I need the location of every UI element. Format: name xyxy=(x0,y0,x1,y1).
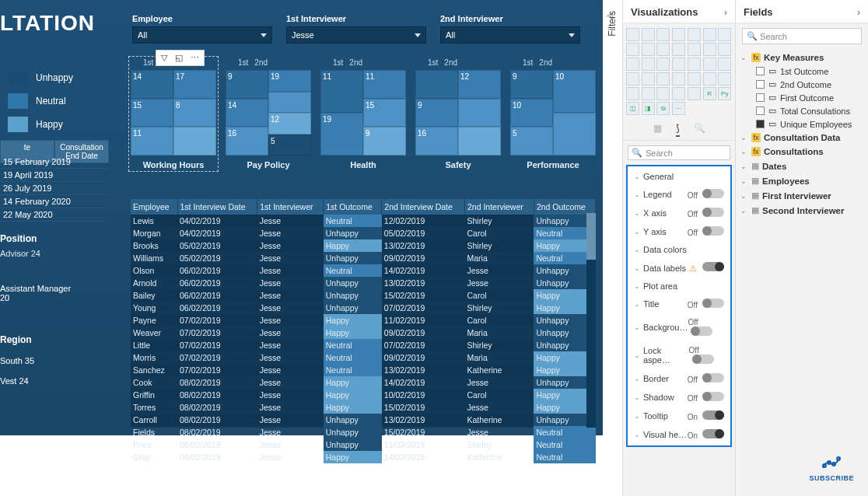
chevron-right-icon[interactable]: › xyxy=(724,7,727,18)
fields-search[interactable]: 🔍 Search xyxy=(742,28,862,44)
format-section-title[interactable]: ⌄TitleOff xyxy=(628,295,730,313)
viz-type-icon[interactable] xyxy=(688,28,701,41)
viz-type-icon[interactable]: Py xyxy=(718,87,731,100)
viz-type-icon[interactable] xyxy=(642,28,655,41)
checkbox[interactable] xyxy=(756,93,765,102)
viz-type-icon[interactable] xyxy=(642,87,655,100)
field-item[interactable]: ▭Total Consulations xyxy=(739,104,865,117)
treemap-visual[interactable]: 1st2nd9141619125Pay Policy xyxy=(226,58,311,169)
viz-type-icon[interactable] xyxy=(656,28,670,41)
tree-cell[interactable]: 10 xyxy=(553,70,596,113)
treemap-visual[interactable]: 1st2nd111911159Health xyxy=(320,58,406,169)
tree-cell[interactable]: 11 xyxy=(363,70,406,99)
table-row[interactable]: Weaver07/02/2019JesseHappy09/02/2019Mari… xyxy=(131,327,596,339)
toggle-switch[interactable] xyxy=(692,355,714,364)
treemap-visual[interactable]: 1st2nd910510Performance xyxy=(510,58,596,169)
table-row[interactable]: Lewis04/02/2019JesseNeutral12/02/2019Shi… xyxy=(131,215,596,227)
viz-type-icon[interactable] xyxy=(703,28,716,41)
tree-cell[interactable] xyxy=(458,99,501,127)
table-row[interactable]: Little07/02/2019JesseNeutral07/02/2019Sh… xyxy=(131,339,596,351)
table-scrollbar-thumb[interactable] xyxy=(586,213,596,260)
viz-type-icon[interactable] xyxy=(672,28,685,41)
tree-cell[interactable]: 9 xyxy=(226,70,268,99)
viz-type-icon[interactable] xyxy=(672,43,685,56)
checkbox[interactable] xyxy=(756,107,765,115)
table-row[interactable]: Bailey06/02/2019JesseUnhappy15/02/2019Ca… xyxy=(131,289,596,302)
viz-type-icon[interactable] xyxy=(672,87,685,100)
toggle-switch[interactable] xyxy=(702,299,724,308)
filter-icon[interactable]: ▽ xyxy=(157,51,171,65)
format-section-data-colors[interactable]: ⌄Data colors xyxy=(628,241,730,258)
table-row[interactable]: Young06/02/2019JesseUnhappy07/02/2019Shi… xyxy=(131,302,596,314)
col-header[interactable]: 1st Interview Date xyxy=(177,199,257,215)
viz-type-icon[interactable] xyxy=(703,43,716,56)
viz-type-icon[interactable] xyxy=(672,72,685,86)
format-section-tooltip[interactable]: ⌄TooltipOn xyxy=(628,407,730,425)
tree-cell[interactable]: 9 xyxy=(415,99,458,127)
viz-type-icon[interactable] xyxy=(688,58,701,71)
viz-type-icon[interactable] xyxy=(688,43,701,56)
slicer-dropdown[interactable]: All xyxy=(132,26,272,44)
table-node-consultations[interactable]: ⌄fxConsultations xyxy=(739,145,865,159)
tree-cell[interactable]: 14 xyxy=(131,70,173,99)
table-row[interactable]: Torres08/02/2019JesseHappy15/02/2019Jess… xyxy=(131,401,596,414)
toggle-switch[interactable] xyxy=(702,410,724,420)
toggle-switch[interactable] xyxy=(702,373,724,382)
table-row[interactable]: Price08/02/2019JesseUnhappy11/02/2019Shi… xyxy=(131,438,596,451)
viz-type-icon[interactable] xyxy=(703,72,716,86)
date-row[interactable]: 15 February 2019 xyxy=(0,155,109,169)
viz-type-icon[interactable] xyxy=(626,43,639,56)
toggle-switch[interactable] xyxy=(702,226,724,236)
slicer-1st-interviewer[interactable]: 1st Interviewer Jesse xyxy=(286,14,426,44)
tree-cell[interactable]: 16 xyxy=(226,127,268,155)
format-section-legend[interactable]: ⌄LegendOff xyxy=(628,185,730,204)
table-row[interactable]: Sanchez07/02/2019JesseNeutral13/02/2019K… xyxy=(131,364,596,376)
tree-cell[interactable]: 5 xyxy=(510,127,553,155)
format-section-lock-aspe-[interactable]: ⌄Lock aspe…Off xyxy=(628,341,730,369)
col-header[interactable]: 2nd Outcome xyxy=(534,199,595,215)
tree-cell[interactable]: 14 xyxy=(226,99,268,127)
tree-cell[interactable]: 15 xyxy=(131,99,173,127)
tree-cell[interactable]: 19 xyxy=(320,113,363,155)
toggle-switch[interactable] xyxy=(691,327,712,336)
col-header[interactable]: 1st Interviewer xyxy=(257,199,324,215)
tree-cell[interactable]: 15 xyxy=(363,99,406,127)
viz-type-icon[interactable] xyxy=(626,72,639,86)
more-icon[interactable]: ⋯ xyxy=(187,51,203,65)
slicer-dropdown[interactable]: Jesse xyxy=(286,26,426,44)
tree-cell[interactable]: 11 xyxy=(320,70,363,113)
tree-cell[interactable] xyxy=(553,113,596,155)
viz-type-icon[interactable]: ◫ xyxy=(626,102,639,115)
treemap-visual[interactable]: 1st2nd91612Safety xyxy=(415,58,501,169)
tree-cell[interactable] xyxy=(415,70,458,99)
table-node-key-measures[interactable]: ⌄fxKey Measures xyxy=(739,51,865,65)
tree-cell[interactable]: 17 xyxy=(173,70,216,99)
format-roller-icon[interactable]: ⟆ xyxy=(676,123,680,137)
viz-type-icon[interactable]: R xyxy=(703,87,716,100)
field-item[interactable]: ▭First Outcome xyxy=(739,91,865,104)
toggle-switch[interactable] xyxy=(702,208,724,217)
table-row[interactable]: Payne07/02/2019JesseHappy11/02/2019Carol… xyxy=(131,314,596,327)
viz-type-icon[interactable] xyxy=(642,43,655,56)
format-section-backgrou-[interactable]: ⌄Backgrou…Off xyxy=(628,313,730,341)
viz-type-icon[interactable] xyxy=(626,58,639,71)
tree-cell[interactable] xyxy=(458,127,501,155)
table-node-first-interviewer[interactable]: ⌄▦First Interviewer xyxy=(739,188,865,203)
viz-type-icon[interactable] xyxy=(703,58,716,71)
viz-type-icon[interactable] xyxy=(718,28,731,41)
viz-type-icon[interactable] xyxy=(656,58,670,71)
table-row[interactable]: Griffin08/02/2019JesseHappy10/02/2019Car… xyxy=(131,389,596,401)
table-node-dates[interactable]: ⌄▦Dates xyxy=(739,159,865,173)
analytics-icon[interactable]: 🔍 xyxy=(694,123,705,137)
table-row[interactable]: Morris07/02/2019JesseNeutral09/02/2019Ma… xyxy=(131,351,596,364)
tree-cell[interactable]: 8 xyxy=(173,99,216,127)
viz-type-icon[interactable] xyxy=(718,58,731,71)
format-search[interactable]: 🔍 Search xyxy=(628,145,730,160)
slicer-2nd-interviewer[interactable]: 2nd Interviewer All xyxy=(440,14,580,44)
table-row[interactable]: Cook08/02/2019JesseHappy14/02/2019JesseU… xyxy=(131,376,596,389)
tree-cell[interactable]: 5 xyxy=(268,134,311,156)
table-row[interactable]: Morgan04/02/2019JesseUnhappy05/02/2019Ca… xyxy=(131,227,596,239)
format-section-border[interactable]: ⌄BorderOff xyxy=(628,369,730,388)
col-header[interactable]: 2nd Interview Date xyxy=(382,199,465,215)
viz-type-icon[interactable] xyxy=(626,28,639,41)
